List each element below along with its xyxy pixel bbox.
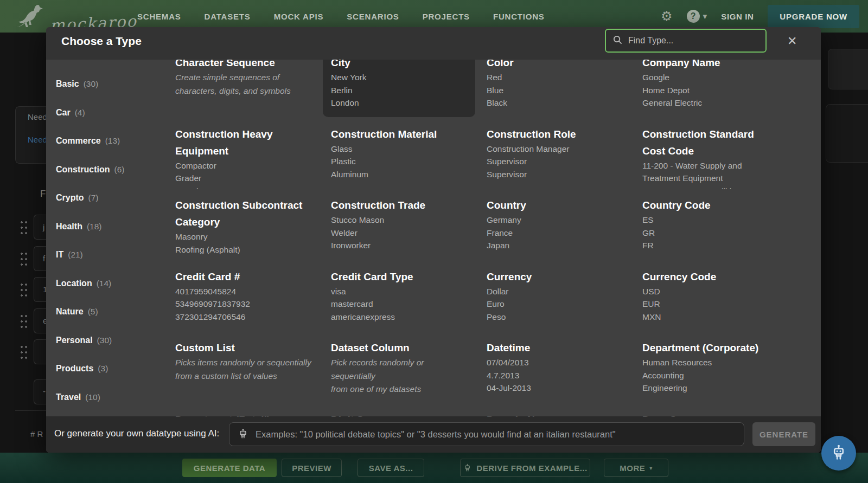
drag-handle-icon[interactable] [20, 282, 28, 297]
drag-handle-icon[interactable] [20, 313, 28, 329]
type-card-credit-card[interactable]: Credit Card #401795904582453496909718379… [167, 266, 320, 331]
type-title: Construction Role [487, 126, 620, 143]
type-title: Construction Material [331, 126, 464, 143]
type-title: Drug Company [642, 411, 776, 417]
close-icon[interactable]: ✕ [787, 34, 797, 48]
find-type-input[interactable]: Find Type... [605, 29, 767, 53]
drag-handle-icon[interactable] [20, 251, 28, 266]
background-field-input[interactable]: e [34, 308, 47, 333]
generate-data-button[interactable]: GENERATE DATA [182, 459, 277, 477]
type-card-digit-sequence[interactable]: Digit Sequence [323, 408, 475, 417]
sidebar-category-crypto[interactable]: Crypto(7) [46, 184, 167, 212]
drag-handle-icon[interactable] [20, 344, 28, 359]
type-sample-value: Construction Manager [487, 143, 623, 156]
sidebar-category-construction[interactable]: Construction(6) [46, 156, 167, 184]
type-card-construction-material[interactable]: Construction MaterialGlassPlasticAluminu… [323, 123, 475, 189]
help-menu[interactable]: ? ▼ [687, 10, 707, 23]
type-card-custom-list[interactable]: Custom ListPicks items randomly or seque… [167, 337, 320, 402]
derive-from-example-button[interactable]: DERIVE FROM EXAMPLE... [460, 459, 590, 477]
ai-generate-button[interactable]: GENERATE [752, 422, 815, 446]
field-name-header-fragment: F [40, 189, 46, 199]
background-field-input[interactable]: - [34, 379, 47, 404]
type-sample-value: ES [642, 214, 778, 227]
category-count: (6) [114, 165, 125, 175]
type-card-domain-name[interactable]: Domain Name [478, 408, 631, 417]
nav-item-datasets[interactable]: DATASETS [205, 12, 251, 21]
nav-item-scenarios[interactable]: SCENARIOS [347, 12, 399, 21]
type-card-company-name[interactable]: Company NameGoogleHome DepotGeneral Elec… [634, 60, 787, 117]
sidebar-category-basic[interactable]: Basic(30) [46, 70, 167, 99]
nav-item-mock-apis[interactable]: MOCK APIS [274, 12, 324, 21]
sign-in-link[interactable]: SIGN IN [721, 12, 754, 21]
type-sample-value: Dollar [487, 285, 623, 298]
type-description: characters, digits, and symbols [175, 85, 311, 98]
type-card-character-sequence[interactable]: Character SequenceCreate simple sequence… [167, 60, 320, 117]
background-field-input[interactable] [34, 339, 47, 364]
type-sample-value: Aluminum [331, 168, 467, 181]
type-card-dataset-column[interactable]: Dataset ColumnPick records randomly or s… [323, 337, 475, 402]
type-card-construction-subcontract-category[interactable]: Construction Subcontract CategoryMasonry… [167, 194, 320, 260]
sidebar-category-car[interactable]: Car(4) [46, 99, 167, 127]
type-card-construction-role[interactable]: Construction RoleConstruction ManagerSup… [478, 123, 631, 189]
sidebar-category-it[interactable]: IT(21) [46, 241, 167, 269]
modal-title: Choose a Type [61, 35, 142, 48]
category-count: (30) [84, 79, 99, 89]
upgrade-now-button[interactable]: UPGRADE NOW [768, 5, 859, 28]
background-field-input[interactable]: j [34, 215, 47, 240]
type-card-datetime[interactable]: Datetime07/04/20134.7.201304-Jul-2013 [478, 337, 631, 402]
chevron-down-icon: ▼ [703, 14, 707, 20]
grid-cell: Credit Card #401795904582453496909718379… [167, 266, 323, 337]
nav-item-schemas[interactable]: SCHEMAS [137, 12, 181, 21]
sidebar-category-commerce[interactable]: Commerce(13) [46, 127, 167, 156]
type-card-country[interactable]: CountryGermanyFranceJapan [478, 194, 631, 260]
background-field-row: j [0, 215, 46, 240]
type-card-construction-heavy-equipment[interactable]: Construction Heavy EquipmentCompactorGra… [167, 123, 320, 189]
sidebar-category-nature[interactable]: Nature(5) [46, 298, 167, 326]
type-card-currency-code[interactable]: Currency CodeUSDEURMXN [634, 266, 787, 331]
drag-handle-icon[interactable] [20, 220, 28, 235]
notice-link-fragment[interactable]: Need [28, 135, 47, 144]
type-description: Create simple sequences of [175, 71, 311, 85]
type-sample-value: USD [642, 285, 778, 298]
type-card-city[interactable]: CityNew YorkBerlinLondon [323, 60, 475, 117]
type-card-construction-standard-cost-code[interactable]: Construction Standard Cost Code11-200 - … [634, 123, 787, 189]
type-card-drug-company[interactable]: Drug Company [634, 408, 787, 417]
type-card-construction-trade[interactable]: Construction TradeStucco MasonWelderIron… [323, 194, 475, 260]
type-sample-value: FR [642, 239, 778, 252]
type-card-department-corporate[interactable]: Department (Corporate)Human ResourcesAcc… [634, 337, 787, 402]
nav-item-functions[interactable]: FUNCTIONS [493, 12, 545, 21]
save-as-button[interactable]: SAVE AS... [358, 459, 424, 477]
type-card-color[interactable]: ColorRedBlueBlack [478, 60, 631, 117]
nav-item-projects[interactable]: PROJECTS [423, 12, 470, 21]
grid-cell: Department (Retail) [167, 408, 323, 417]
type-title: Digit Sequence [331, 411, 464, 417]
sidebar-category-personal[interactable]: Personal(30) [46, 326, 167, 355]
category-count: (10) [85, 392, 100, 402]
type-sample-value: 5349690971837932 [175, 298, 311, 311]
type-title: Country Code [642, 197, 776, 214]
type-card-country-code[interactable]: Country CodeESGRFR [634, 194, 787, 260]
category-count: (3) [98, 364, 108, 373]
sidebar-category-location[interactable]: Location(14) [46, 269, 167, 298]
sidebar-category-products[interactable]: Products(3) [46, 355, 167, 383]
type-sample-value: Roofing (Asphalt) [175, 243, 311, 256]
background-field-input[interactable]: f [34, 246, 47, 271]
type-sample-value: 11-200 - Water Supply and Treatment Equi… [642, 159, 778, 185]
sidebar-category-travel[interactable]: Travel(10) [46, 383, 167, 412]
settings-gear-icon[interactable]: ⚙ [661, 10, 673, 23]
type-description: from a custom list of values [175, 370, 311, 383]
type-card-department-retail[interactable]: Department (Retail) [167, 408, 320, 417]
background-field-input[interactable]: 1 [34, 277, 47, 302]
grid-cell: Digit Sequence [323, 408, 478, 417]
ai-assistant-fab[interactable] [821, 436, 856, 471]
sidebar-category-health[interactable]: Health(18) [46, 212, 167, 241]
type-card-currency[interactable]: CurrencyDollarEuroPeso [478, 266, 631, 331]
category-count: (7) [88, 193, 99, 203]
more-button[interactable]: MORE ▾ [604, 459, 668, 477]
type-card-credit-card-type[interactable]: Credit Card Typevisamastercardamericanex… [323, 266, 475, 331]
preview-button[interactable]: PREVIEW [282, 459, 342, 477]
type-sample-value: Glass [331, 143, 467, 156]
ai-prompt-input[interactable]: Examples: "10 political debate topics" o… [229, 422, 744, 446]
type-sample-value: New York [331, 71, 467, 84]
grid-cell: CurrencyDollarEuroPeso [478, 266, 634, 337]
